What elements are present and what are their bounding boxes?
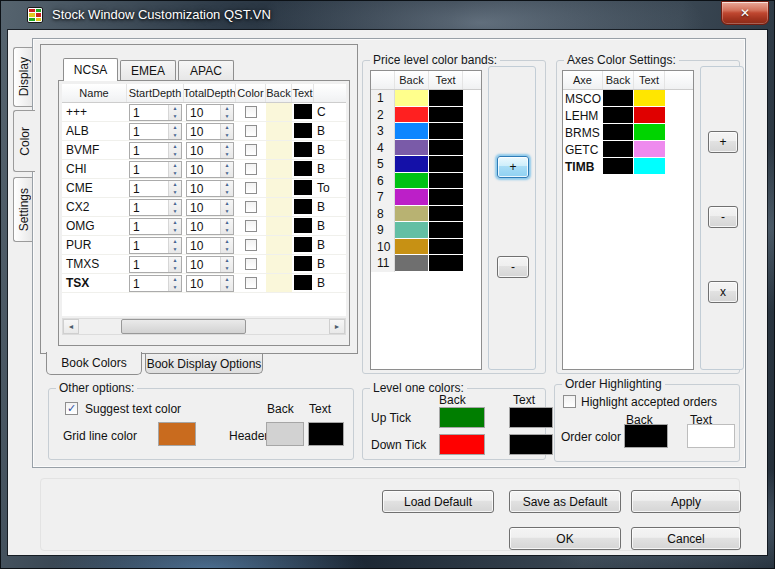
price-band-row[interactable]: 4 — [371, 140, 481, 157]
tab-emea[interactable]: EMEA — [120, 60, 176, 81]
spin-up-icon[interactable]: ▲ — [221, 276, 233, 284]
tab-book-colors[interactable]: Book Colors — [46, 352, 142, 375]
book-table-row[interactable]: BVMF1▲▼10▲▼B — [62, 141, 346, 160]
header-text-swatch[interactable] — [308, 422, 344, 446]
spin-up-icon[interactable]: ▲ — [221, 162, 233, 170]
tab-display[interactable]: Display — [13, 47, 33, 107]
axes-remove-button[interactable]: - — [708, 206, 738, 228]
axe-row[interactable]: TIMB — [563, 158, 693, 175]
band-back-swatch[interactable] — [395, 189, 429, 206]
axe-text-swatch[interactable] — [634, 158, 665, 175]
axe-row[interactable]: LEHM — [563, 107, 693, 124]
price-band-row[interactable]: 11 — [371, 255, 481, 272]
tab-settings[interactable]: Settings — [13, 177, 33, 242]
column-header-axe[interactable]: Axe — [563, 71, 603, 89]
back-color-swatch[interactable] — [266, 217, 292, 235]
price-band-row[interactable]: 3 — [371, 123, 481, 140]
spin-up-icon[interactable]: ▲ — [169, 238, 181, 246]
axe-row[interactable]: MSCO — [563, 90, 693, 107]
spin-down-icon[interactable]: ▼ — [221, 265, 233, 273]
depth-spinner[interactable]: 10▲▼ — [186, 142, 234, 159]
spin-up-icon[interactable]: ▲ — [169, 124, 181, 132]
spin-up-icon[interactable]: ▲ — [169, 200, 181, 208]
column-header-name[interactable]: Name — [62, 84, 127, 102]
depth-spinner[interactable]: 1▲▼ — [129, 104, 182, 121]
book-table-row[interactable]: +++1▲▼10▲▼C — [62, 103, 346, 122]
color-checkbox[interactable] — [245, 182, 257, 194]
depth-spinner[interactable]: 10▲▼ — [186, 161, 234, 178]
depth-spinner[interactable]: 1▲▼ — [129, 199, 182, 216]
book-table-row[interactable]: ALB1▲▼10▲▼B — [62, 122, 346, 141]
ok-button[interactable]: OK — [509, 527, 621, 550]
column-header-color[interactable]: Color — [236, 84, 266, 102]
price-band-row[interactable]: 7 — [371, 189, 481, 206]
spin-up-icon[interactable]: ▲ — [221, 200, 233, 208]
band-text-swatch[interactable] — [429, 173, 463, 190]
band-back-swatch[interactable] — [395, 255, 429, 272]
color-checkbox[interactable] — [245, 125, 257, 137]
spin-up-icon[interactable]: ▲ — [169, 276, 181, 284]
spin-down-icon[interactable]: ▼ — [169, 265, 181, 273]
band-back-swatch[interactable] — [395, 239, 429, 256]
text-color-swatch[interactable] — [292, 141, 314, 159]
axe-row[interactable]: BRMS — [563, 124, 693, 141]
band-text-swatch[interactable] — [429, 156, 463, 173]
spin-down-icon[interactable]: ▼ — [169, 208, 181, 216]
color-checkbox[interactable] — [245, 258, 257, 270]
scrollbar-thumb[interactable] — [121, 319, 246, 334]
back-color-swatch[interactable] — [266, 179, 292, 197]
column-header-back[interactable]: Back — [266, 84, 292, 102]
depth-spinner[interactable]: 10▲▼ — [186, 256, 234, 273]
text-color-swatch[interactable] — [292, 217, 314, 235]
band-text-swatch[interactable] — [429, 189, 463, 206]
spin-up-icon[interactable]: ▲ — [169, 181, 181, 189]
price-band-row[interactable]: 8 — [371, 206, 481, 223]
suggest-text-color-checkbox[interactable]: ✓ — [65, 402, 78, 415]
column-header-text[interactable]: Text — [634, 71, 665, 89]
band-back-swatch[interactable] — [395, 90, 429, 107]
tab-book-display-options[interactable]: Book Display Options — [145, 354, 263, 374]
band-back-swatch[interactable] — [395, 140, 429, 157]
spin-up-icon[interactable]: ▲ — [169, 105, 181, 113]
axe-text-swatch[interactable] — [634, 90, 665, 107]
spin-up-icon[interactable]: ▲ — [221, 219, 233, 227]
spin-down-icon[interactable]: ▼ — [169, 132, 181, 140]
spin-down-icon[interactable]: ▼ — [221, 151, 233, 159]
color-checkbox[interactable] — [245, 163, 257, 175]
depth-spinner[interactable]: 1▲▼ — [129, 180, 182, 197]
depth-spinner[interactable]: 10▲▼ — [186, 104, 234, 121]
column-header-text[interactable]: Text — [292, 84, 314, 102]
color-checkbox[interactable] — [245, 220, 257, 232]
header-back-swatch[interactable] — [266, 422, 304, 446]
book-table-row[interactable]: CME1▲▼10▲▼To — [62, 179, 346, 198]
band-text-swatch[interactable] — [429, 90, 463, 107]
text-color-swatch[interactable] — [292, 255, 314, 273]
order-back-swatch[interactable] — [624, 424, 668, 448]
book-table-row[interactable]: TMXS1▲▼10▲▼B — [62, 255, 346, 274]
cancel-button[interactable]: Cancel — [631, 527, 741, 550]
band-text-swatch[interactable] — [429, 107, 463, 124]
spin-down-icon[interactable]: ▼ — [169, 227, 181, 235]
up-tick-back-swatch[interactable] — [439, 407, 485, 428]
band-back-swatch[interactable] — [395, 156, 429, 173]
depth-spinner[interactable]: 1▲▼ — [129, 256, 182, 273]
spin-up-icon[interactable]: ▲ — [169, 162, 181, 170]
book-table-row[interactable]: OMG1▲▼10▲▼B — [62, 217, 346, 236]
spin-up-icon[interactable]: ▲ — [221, 105, 233, 113]
grid-line-color-swatch[interactable] — [158, 422, 196, 446]
band-back-swatch[interactable] — [395, 123, 429, 140]
depth-spinner[interactable]: 1▲▼ — [129, 123, 182, 140]
price-band-row[interactable]: 1 — [371, 90, 481, 107]
column-header-back[interactable]: Back — [395, 71, 429, 89]
axe-back-swatch[interactable] — [603, 90, 634, 107]
book-table-row[interactable]: TSX1▲▼10▲▼B — [62, 274, 346, 293]
spin-down-icon[interactable]: ▼ — [221, 227, 233, 235]
band-text-swatch[interactable] — [429, 239, 463, 256]
scrollbar-track[interactable] — [79, 319, 329, 334]
apply-button[interactable]: Apply — [631, 490, 741, 513]
spin-down-icon[interactable]: ▼ — [221, 208, 233, 216]
up-tick-text-swatch[interactable] — [509, 407, 553, 428]
band-back-swatch[interactable] — [395, 107, 429, 124]
price-band-remove-button[interactable]: - — [497, 256, 529, 278]
price-band-row[interactable]: 2 — [371, 107, 481, 124]
